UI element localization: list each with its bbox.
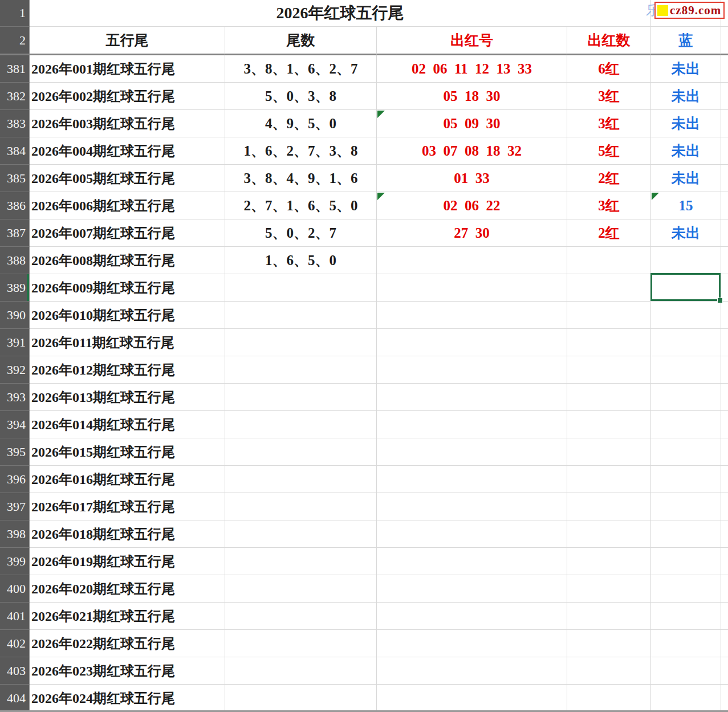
reds-cell[interactable] [377,438,567,466]
empty-cell[interactable] [721,411,728,438]
tails-cell[interactable] [225,520,377,548]
reds-cell[interactable] [377,630,567,657]
row-header[interactable]: 388 [0,247,30,274]
red-count-cell[interactable] [567,630,651,657]
column-header-wuxingwei[interactable]: 五行尾 [30,27,225,55]
red-count-cell[interactable] [567,493,651,520]
empty-cell[interactable] [721,520,728,548]
period-cell[interactable]: 2026年005期红球五行尾 [30,165,225,192]
row-header[interactable]: 402 [0,630,30,657]
tails-cell[interactable] [225,657,377,685]
column-header-weishu[interactable]: 尾数 [225,27,377,55]
column-header-chuhonghao[interactable]: 出红号 [377,27,567,55]
empty-cell[interactable] [721,192,728,219]
reds-cell[interactable]: 02 06 11 12 13 33 [377,55,567,83]
row-header[interactable]: 382 [0,83,30,110]
red-count-cell[interactable] [567,548,651,575]
red-count-cell[interactable] [567,274,651,302]
blue-cell[interactable] [651,466,721,493]
row-header[interactable]: 389 [0,274,30,302]
row-header[interactable]: 385 [0,165,30,192]
tails-cell[interactable] [225,603,377,630]
row-header[interactable]: 397 [0,493,30,520]
period-cell[interactable]: 2026年022期红球五行尾 [30,630,225,657]
row-header[interactable]: 400 [0,575,30,603]
empty-cell[interactable] [721,55,728,83]
reds-cell[interactable] [377,685,567,712]
period-cell[interactable]: 2026年017期红球五行尾 [30,493,225,520]
period-cell[interactable]: 2026年001期红球五行尾 [30,55,225,83]
tails-cell[interactable] [225,438,377,466]
reds-cell[interactable] [377,466,567,493]
blue-cell[interactable]: 15 [651,192,721,219]
red-count-cell[interactable] [567,356,651,384]
blue-cell[interactable] [651,274,721,302]
period-cell[interactable]: 2026年010期红球五行尾 [30,302,225,329]
sheet-title-cell[interactable]: 2026年红球五行尾 [30,0,651,27]
tails-cell[interactable] [225,575,377,603]
period-cell[interactable]: 2026年012期红球五行尾 [30,356,225,384]
period-cell[interactable]: 2026年009期红球五行尾 [30,274,225,302]
reds-cell[interactable]: 27 30 [377,219,567,247]
empty-cell[interactable] [721,630,728,657]
red-count-cell[interactable] [567,603,651,630]
reds-cell[interactable] [377,520,567,548]
tails-cell[interactable]: 1、6、5、0 [225,247,377,274]
row-header[interactable]: 401 [0,603,30,630]
column-header-chuhongshu[interactable]: 出红数 [567,27,651,55]
tails-cell[interactable] [225,685,377,712]
empty-cell[interactable] [721,657,728,685]
period-cell[interactable]: 2026年013期红球五行尾 [30,384,225,411]
tails-cell[interactable] [225,548,377,575]
period-cell[interactable]: 2026年015期红球五行尾 [30,438,225,466]
reds-cell[interactable] [377,356,567,384]
red-count-cell[interactable]: 3红 [567,110,651,137]
blue-cell[interactable] [651,657,721,685]
reds-cell[interactable]: 05 18 30 [377,83,567,110]
blue-cell[interactable] [651,603,721,630]
blue-cell[interactable] [651,685,721,712]
period-cell[interactable]: 2026年014期红球五行尾 [30,411,225,438]
empty-cell[interactable] [721,165,728,192]
row-header[interactable]: 399 [0,548,30,575]
empty-cell[interactable] [721,110,728,137]
reds-cell[interactable]: 05 09 30 [377,110,567,137]
row-header[interactable]: 395 [0,438,30,466]
row-header[interactable]: 404 [0,685,30,712]
reds-cell[interactable]: 02 06 22 [377,192,567,219]
tails-cell[interactable]: 3、8、4、9、1、6 [225,165,377,192]
tails-cell[interactable] [225,356,377,384]
blue-cell[interactable] [651,411,721,438]
blue-cell[interactable] [651,520,721,548]
reds-cell[interactable]: 01 33 [377,165,567,192]
blue-cell[interactable] [651,329,721,356]
reds-cell[interactable] [377,411,567,438]
tails-cell[interactable] [225,384,377,411]
row-header[interactable]: 392 [0,356,30,384]
blue-cell[interactable] [651,384,721,411]
blue-cell[interactable]: 未出 [651,83,721,110]
reds-cell[interactable] [377,302,567,329]
tails-cell[interactable]: 4、9、5、0 [225,110,377,137]
period-cell[interactable]: 2026年024期红球五行尾 [30,685,225,712]
tails-cell[interactable]: 5、0、2、7 [225,219,377,247]
empty-cell[interactable] [721,302,728,329]
tails-cell[interactable]: 5、0、3、8 [225,83,377,110]
reds-cell[interactable]: 03 07 08 18 32 [377,137,567,165]
period-cell[interactable]: 2026年011期红球五行尾 [30,329,225,356]
row-header[interactable]: 381 [0,55,30,83]
tails-cell[interactable]: 2、7、1、6、5、0 [225,192,377,219]
reds-cell[interactable] [377,657,567,685]
empty-cell[interactable] [721,219,728,247]
red-count-cell[interactable] [567,438,651,466]
logo[interactable]: 乐 cz89.com [646,1,725,19]
empty-cell[interactable] [721,356,728,384]
column-header-lan[interactable]: 蓝 [651,27,721,55]
red-count-cell[interactable] [567,411,651,438]
row-header[interactable]: 387 [0,219,30,247]
empty-cell[interactable] [721,329,728,356]
red-count-cell[interactable] [567,329,651,356]
red-count-cell[interactable] [567,685,651,712]
tails-cell[interactable] [225,493,377,520]
reds-cell[interactable] [377,493,567,520]
